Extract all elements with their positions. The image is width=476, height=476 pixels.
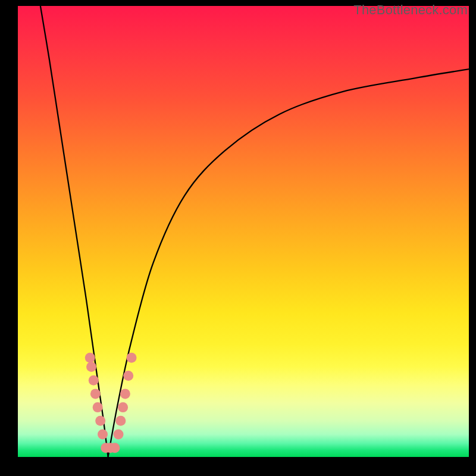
data-dot [114,430,124,440]
watermark-text: TheBottleneck.com [353,2,468,18]
data-dot [123,371,133,381]
data-dot [85,353,95,363]
plot-area [18,6,469,457]
data-dot [86,362,96,372]
data-dot [95,416,105,426]
curve-left-branch [40,6,108,457]
curve-right-branch [108,69,469,457]
curve-layer [18,6,469,457]
data-dot [118,402,128,412]
data-dot [109,443,120,453]
data-dot [93,402,103,412]
data-dot [115,416,126,426]
chart-frame: TheBottleneck.com [0,0,476,476]
data-dot [98,430,108,440]
data-dot [89,375,99,386]
data-dot [120,389,130,399]
data-dot [90,389,101,399]
data-dot [127,353,137,363]
